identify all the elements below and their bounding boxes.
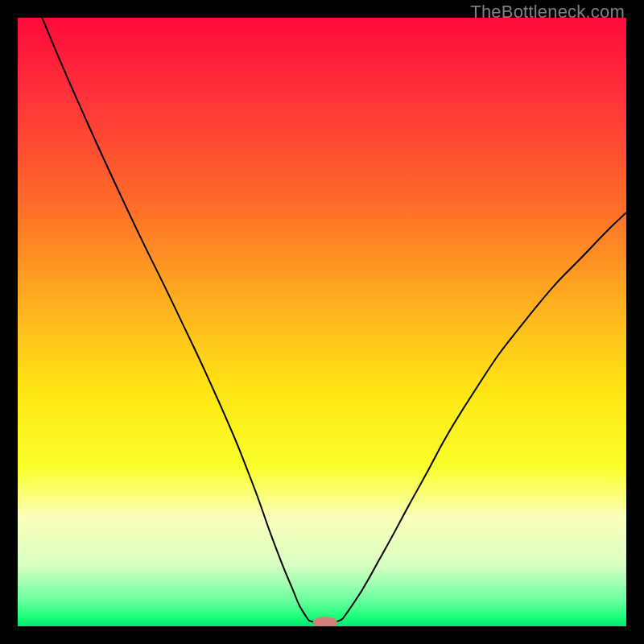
chart-frame [18, 18, 626, 626]
bottleneck-chart [18, 18, 626, 626]
watermark-text: TheBottleneck.com [470, 2, 625, 23]
chart-background [18, 18, 626, 626]
